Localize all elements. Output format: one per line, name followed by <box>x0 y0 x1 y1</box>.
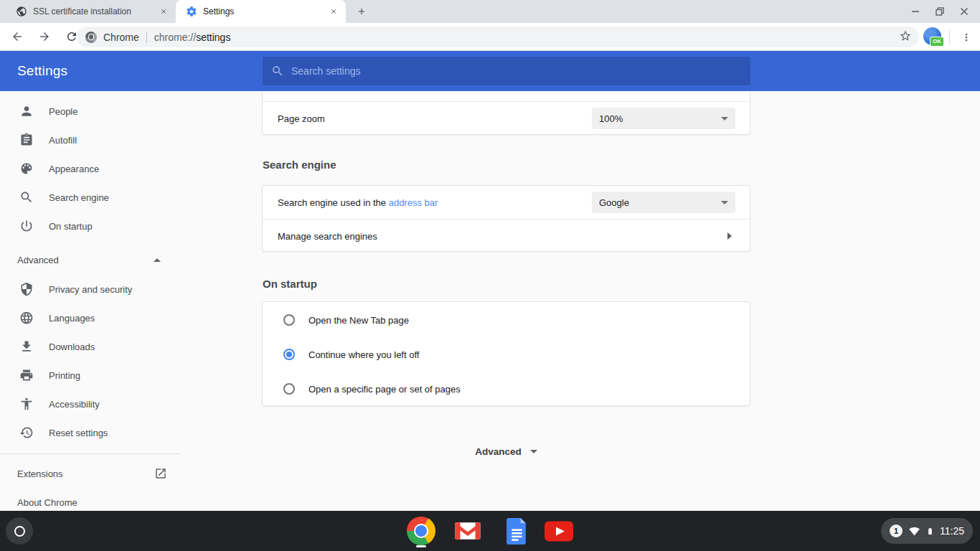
shelf-app-docs[interactable] <box>502 517 531 545</box>
page-zoom-row: Page zoom 100% <box>263 102 750 135</box>
sidebar-item-autofill[interactable]: Autofill <box>0 126 179 154</box>
sidebar-item-languages[interactable]: Languages <box>0 303 179 332</box>
manage-search-engines-label: Manage search engines <box>278 231 377 242</box>
browser-toolbar: Chrome chrome:// settings OK <box>0 23 980 51</box>
chromeos-shelf: 1 11:25 <box>0 511 980 551</box>
arrow-right-icon <box>727 232 732 240</box>
sidebar-item-printing[interactable]: Printing <box>0 361 179 390</box>
sidebar-advanced-toggle[interactable]: Advanced <box>0 245 179 274</box>
sidebar-item-label: On startup <box>49 221 93 232</box>
sidebar-item-label: Autofill <box>49 135 77 146</box>
status-tray[interactable]: 1 11:25 <box>881 518 973 544</box>
globe-icon <box>19 311 34 325</box>
sidebar-item-search-engine[interactable]: Search engine <box>0 183 179 212</box>
settings-content: People Autofill Appearance Search engine… <box>0 91 980 511</box>
url-separator <box>146 32 147 43</box>
tab-title: Settings <box>203 6 321 17</box>
palette-icon <box>19 161 34 176</box>
search-engine-dropdown[interactable]: Google <box>592 192 735 213</box>
sidebar-item-people[interactable]: People <box>0 97 179 126</box>
screen: SSL certificate installation Settings Ch… <box>0 0 980 551</box>
startup-option-continue[interactable]: Continue where you left off <box>263 337 750 372</box>
printer-icon <box>19 368 34 382</box>
launcher-button[interactable] <box>6 517 33 545</box>
manage-search-engines-row[interactable]: Manage search engines <box>263 220 750 253</box>
new-tab-button[interactable] <box>352 1 372 22</box>
sidebar-item-privacy[interactable]: Privacy and security <box>0 275 179 303</box>
tab-close-icon[interactable] <box>327 5 340 18</box>
shield-icon <box>19 282 34 296</box>
person-icon <box>19 104 34 118</box>
profile-avatar[interactable]: OK <box>923 27 945 47</box>
startup-option-new-tab[interactable]: Open the New Tab page <box>263 303 750 337</box>
site-label: Chrome <box>103 32 139 43</box>
search-icon <box>19 190 34 204</box>
minimize-button[interactable] <box>908 4 923 19</box>
page-title: Settings <box>17 51 67 91</box>
youtube-icon <box>545 521 573 542</box>
sidebar-item-on-startup[interactable]: On startup <box>0 212 179 240</box>
tab-ssl-certificate[interactable]: SSL certificate installation <box>6 0 176 23</box>
advanced-expand-button[interactable]: Advanced <box>262 442 750 461</box>
sidebar-item-label: Languages <box>49 313 95 324</box>
three-dots-icon <box>961 32 972 43</box>
chrome-logo-icon <box>407 517 435 545</box>
section-title-search-engine: Search engine <box>263 159 336 171</box>
settings-search-box[interactable] <box>263 57 750 85</box>
radio-label: Open a specific page or set of pages <box>308 384 461 395</box>
sidebar-item-label: Appearance <box>49 164 99 174</box>
chevron-up-icon <box>154 258 161 262</box>
search-engine-value: Google <box>599 197 629 208</box>
window-controls <box>908 0 980 23</box>
radio-button[interactable] <box>283 314 295 326</box>
shelf-app-chrome[interactable] <box>407 517 435 545</box>
sidebar-item-label: Printing <box>49 370 80 381</box>
search-engine-row: Search engine used in the address bar Go… <box>263 186 750 219</box>
back-button[interactable] <box>7 27 27 47</box>
profile-ok-badge: OK <box>930 37 944 47</box>
sidebar-item-label: Privacy and security <box>49 284 132 295</box>
sidebar-item-appearance[interactable]: Appearance <box>0 154 179 183</box>
sidebar-item-accessibility[interactable]: Accessibility <box>0 390 179 418</box>
sidebar-item-downloads[interactable]: Downloads <box>0 332 179 361</box>
sidebar-item-reset[interactable]: Reset settings <box>0 418 179 447</box>
chevron-down-icon <box>721 201 728 204</box>
settings-sidebar: People Autofill Appearance Search engine… <box>0 91 179 511</box>
radio-button[interactable] <box>283 383 295 395</box>
clock: 11:25 <box>940 525 964 537</box>
on-startup-card: Open the New Tab page Continue where you… <box>262 301 750 406</box>
url-page: settings <box>196 32 230 43</box>
menu-button[interactable] <box>956 27 976 47</box>
sidebar-item-label: Reset settings <box>49 428 108 438</box>
radio-button[interactable] <box>283 349 295 360</box>
page-zoom-dropdown[interactable]: 100% <box>592 108 735 129</box>
launcher-circle-icon <box>14 526 25 537</box>
battery-icon <box>926 525 934 537</box>
forward-button[interactable] <box>34 27 55 47</box>
sidebar-divider <box>0 453 179 454</box>
settings-search-input[interactable] <box>291 65 742 77</box>
docs-icon <box>507 518 527 545</box>
sidebar-item-label: People <box>49 106 77 117</box>
toolbar-divider <box>949 30 950 44</box>
tab-close-icon[interactable] <box>157 5 170 18</box>
sidebar-item-extensions[interactable]: Extensions <box>0 459 179 488</box>
gmail-icon <box>454 521 481 541</box>
tab-settings[interactable]: Settings <box>176 0 346 23</box>
settings-header: Settings <box>0 51 980 91</box>
shelf-app-gmail[interactable] <box>453 517 482 545</box>
address-bar[interactable]: Chrome chrome:// settings <box>77 27 919 47</box>
gear-favicon-icon <box>186 6 197 17</box>
bookmark-star-button[interactable] <box>899 29 912 45</box>
startup-option-specific-pages[interactable]: Open a specific page or set of pages <box>263 372 750 406</box>
address-bar-link[interactable]: address bar <box>389 197 438 208</box>
radio-label: Continue where you left off <box>308 349 419 360</box>
shelf-app-youtube[interactable] <box>545 517 573 545</box>
notification-count-badge: 1 <box>890 524 903 537</box>
wifi-icon <box>908 526 920 537</box>
search-engine-label: Search engine used in the address bar <box>278 197 438 208</box>
close-window-button[interactable] <box>957 4 971 19</box>
sidebar-item-label: Accessibility <box>49 399 100 410</box>
active-app-indicator <box>416 545 426 547</box>
restore-button[interactable] <box>933 4 947 19</box>
